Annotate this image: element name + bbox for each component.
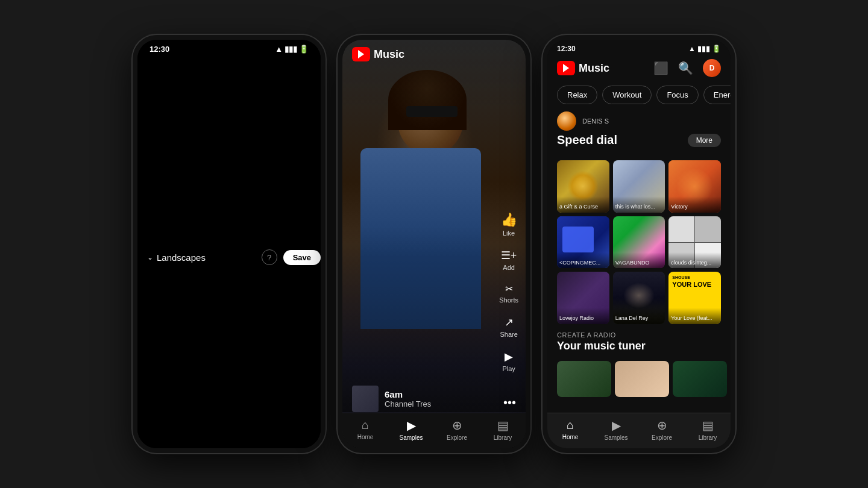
play-action[interactable]: ▶ Play bbox=[502, 350, 515, 372]
wifi-icon: ▲ bbox=[275, 45, 283, 54]
help-label: ? bbox=[267, 253, 271, 262]
landscapes-header: ⌄ Landscapes ? Save bbox=[137, 40, 321, 448]
yt-logo-text-3: Music bbox=[579, 62, 609, 75]
mood-workout[interactable]: Workout bbox=[602, 86, 652, 104]
explore-label-2: Explore bbox=[447, 434, 467, 441]
track-info-bottom: 6am Channel Tres ••• bbox=[352, 386, 516, 412]
album-card-1[interactable]: a Gift & a Curse bbox=[557, 160, 609, 213]
yt-music-screen: 12:30 ▲ ▮▮▮ 🔋 Music ⬛ 🔍 D bbox=[547, 40, 731, 448]
album-card-2[interactable]: this is what los... bbox=[613, 160, 665, 213]
mood-focus[interactable]: Focus bbox=[656, 86, 698, 104]
save-button[interactable]: Save bbox=[283, 250, 321, 265]
battery-icon-3: 🔋 bbox=[712, 45, 721, 53]
nav-home-2[interactable]: ⌂ Home bbox=[342, 418, 388, 441]
album-card-8[interactable]: Lana Del Rey bbox=[613, 272, 665, 324]
album-card-3[interactable]: Victory bbox=[668, 160, 721, 213]
home-label-2: Home bbox=[357, 434, 374, 440]
add-action[interactable]: ☰+ Add bbox=[501, 249, 517, 271]
video-background: Music 👍 Like ☰+ Add ✂ Shorts ↗ bbox=[342, 40, 526, 448]
yt-logo-text: Music bbox=[374, 48, 404, 61]
album-label-2: this is what los... bbox=[613, 196, 665, 213]
create-radio-label: CREATE A RADIO bbox=[557, 331, 721, 339]
youtube-music-logo: Music bbox=[352, 47, 404, 61]
header-title: Landscapes bbox=[157, 252, 206, 263]
signal-icon: ▮▮▮ bbox=[285, 45, 297, 54]
help-button[interactable]: ? bbox=[262, 249, 277, 265]
album-card-4[interactable]: <COPINGMEC... bbox=[557, 216, 609, 269]
cast-icon[interactable]: ⬛ bbox=[653, 61, 668, 75]
battery-icon: 🔋 bbox=[299, 45, 309, 54]
nav-home-3[interactable]: ⌂ Home bbox=[547, 418, 593, 441]
album-label-6: clouds disinteg... bbox=[668, 252, 721, 269]
library-label-2: Library bbox=[494, 434, 512, 441]
workout-label: Workout bbox=[612, 90, 641, 99]
track-info: 6am Channel Tres bbox=[352, 386, 431, 412]
album-label-7: Lovejoy Radio bbox=[557, 308, 609, 324]
like-label: Like bbox=[503, 230, 515, 237]
speed-dial-grid: a Gift & a Curse this is what los... Vic… bbox=[547, 160, 731, 324]
phone-3: 12:30 ▲ ▮▮▮ 🔋 Music ⬛ 🔍 D bbox=[542, 35, 735, 453]
shorts-label: Shorts bbox=[499, 296, 518, 304]
like-action[interactable]: 👍 Like bbox=[501, 212, 517, 237]
speed-dial-title: Speed dial bbox=[557, 133, 617, 147]
header-title-area[interactable]: ⌄ Landscapes bbox=[147, 252, 206, 263]
nav-library-2[interactable]: ▤ Library bbox=[480, 418, 526, 441]
library-label-3: Library bbox=[699, 434, 717, 441]
mood-relax[interactable]: Relax bbox=[557, 86, 597, 104]
samples-label-3: Samples bbox=[605, 434, 628, 441]
add-icon: ☰+ bbox=[501, 249, 517, 262]
wifi-icon-3: ▲ bbox=[688, 45, 696, 53]
mood-chips: Relax Workout Focus Energize bbox=[547, 83, 731, 111]
album-card-6[interactable]: clouds disinteg... bbox=[668, 216, 721, 269]
nav-library-3[interactable]: ▤ Library bbox=[685, 418, 731, 441]
samples-label-2: Samples bbox=[400, 434, 423, 441]
avatar-image bbox=[557, 111, 576, 131]
nav-explore-2[interactable]: ⊕ Explore bbox=[434, 418, 480, 441]
speed-dial-section: DENIS S Speed dial More bbox=[547, 111, 731, 160]
track-more-button[interactable]: ••• bbox=[503, 396, 516, 412]
album-card-7[interactable]: Lovejoy Radio bbox=[557, 272, 609, 324]
status-bar-3: 12:30 ▲ ▮▮▮ 🔋 bbox=[547, 40, 731, 55]
nav-explore-3[interactable]: ⊕ Explore bbox=[639, 418, 685, 441]
album-card-9[interactable]: SHOUSE YOUR LOVE Your Love (feat... bbox=[668, 272, 721, 324]
share-action[interactable]: ↗ Share bbox=[500, 316, 517, 338]
status-bar-1: 12:30 ▲ ▮▮▮ 🔋 bbox=[137, 40, 321, 56]
library-icon-3: ▤ bbox=[702, 418, 714, 433]
yt-logo-3: Music bbox=[557, 61, 609, 75]
album-label-8: Lana Del Rey bbox=[613, 308, 665, 324]
focus-label: Focus bbox=[667, 90, 688, 99]
album-card-5[interactable]: VAGABUNDO bbox=[613, 216, 665, 269]
more-button[interactable]: More bbox=[688, 134, 721, 147]
clock-1: 12:30 bbox=[149, 45, 169, 54]
add-label: Add bbox=[503, 264, 515, 271]
yt-logo-icon-3 bbox=[557, 61, 575, 75]
energize-label: Energize bbox=[714, 90, 731, 99]
signal-icons-3: ▲ ▮▮▮ 🔋 bbox=[688, 45, 721, 53]
nav-samples-2[interactable]: ▶ Samples bbox=[388, 418, 434, 441]
search-icon[interactable]: 🔍 bbox=[678, 61, 693, 75]
phone-2: Music 👍 Like ☰+ Add ✂ Shorts ↗ bbox=[338, 35, 530, 453]
samples-icon-2: ▶ bbox=[407, 418, 416, 433]
album-label-4: <COPINGMEC... bbox=[557, 252, 609, 269]
bottom-nav-2: ⌂ Home ▶ Samples ⊕ Explore ▤ Library bbox=[342, 413, 526, 448]
signal-icon-3: ▮▮▮ bbox=[697, 45, 710, 53]
play-label: Play bbox=[502, 365, 515, 372]
app-header-3: Music ⬛ 🔍 D bbox=[547, 55, 731, 83]
tuner-preview-1 bbox=[557, 361, 611, 397]
library-icon-2: ▤ bbox=[497, 418, 509, 433]
track-details: 6am Channel Tres bbox=[385, 389, 431, 408]
user-avatar-header[interactable]: D bbox=[703, 59, 721, 77]
home-label-3: Home bbox=[562, 434, 579, 440]
mood-energize[interactable]: Energize bbox=[703, 86, 731, 104]
tuner-preview-2 bbox=[615, 361, 669, 397]
nav-samples-3[interactable]: ▶ Samples bbox=[593, 418, 639, 441]
yt-music-header: Music bbox=[342, 40, 526, 69]
relax-label: Relax bbox=[567, 90, 587, 99]
user-row: DENIS S bbox=[557, 111, 721, 131]
avatar-initials: D bbox=[709, 64, 715, 72]
shorts-icon: ✂ bbox=[505, 283, 513, 295]
shorts-action[interactable]: ✂ Shorts bbox=[499, 283, 518, 304]
side-actions: 👍 Like ☰+ Add ✂ Shorts ↗ Share ▶ Play bbox=[499, 212, 518, 372]
header-icons-3: ⬛ 🔍 D bbox=[653, 59, 721, 77]
samples-icon-3: ▶ bbox=[612, 418, 621, 433]
